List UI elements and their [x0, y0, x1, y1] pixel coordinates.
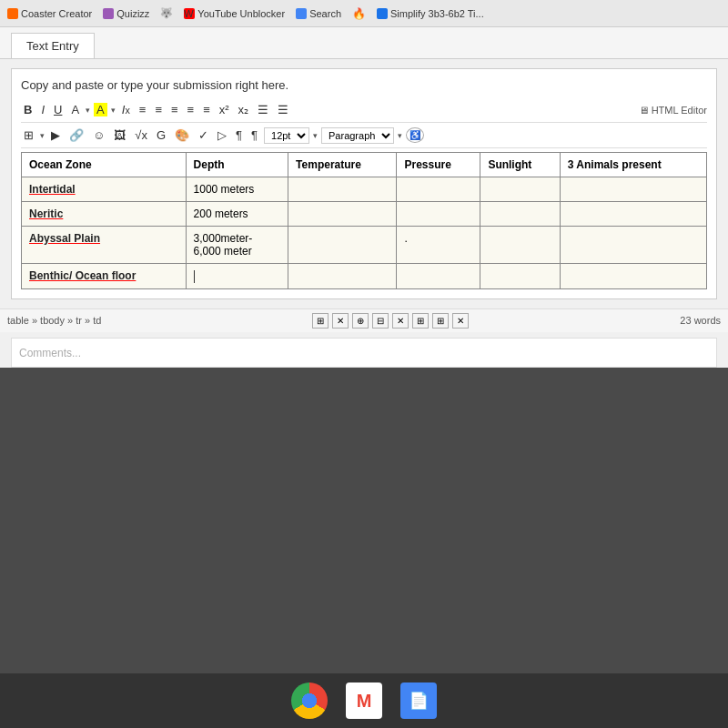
nav-simplify[interactable]: Simplify 3b3-6b2 Ti... [377, 8, 484, 19]
image-button[interactable]: 🖼 [111, 126, 128, 144]
clear-format-button[interactable]: Ix [119, 101, 133, 118]
depth-neritic[interactable]: 200 meters [186, 202, 288, 227]
emoji-button[interactable]: ☺ [90, 126, 107, 144]
table-insert-button[interactable]: ⊞ [21, 126, 36, 144]
subscript-button[interactable]: x₂ [236, 101, 252, 118]
sunlight-benthic[interactable] [480, 264, 560, 289]
table-arrow: ▾ [40, 131, 45, 140]
coaster-icon [7, 8, 18, 19]
nav-search-label: Search [309, 8, 341, 19]
temp-neritic[interactable] [288, 202, 397, 227]
zone-intertidal[interactable]: Intertidal [22, 177, 187, 202]
sunlight-abyssal[interactable] [480, 227, 560, 264]
th-animals: 3 Animals present [560, 153, 706, 177]
th-ocean-zone: Ocean Zone [22, 153, 187, 177]
media-button[interactable]: ▶ [48, 126, 63, 144]
highlight-button[interactable]: A [94, 103, 107, 116]
bold-button[interactable]: B [21, 101, 35, 118]
link-button[interactable]: 🔗 [66, 126, 86, 144]
table-remove-icon[interactable]: ✕ [392, 313, 409, 329]
depth-intertidal[interactable]: 1000 meters [186, 177, 288, 202]
nav-search[interactable]: Search [296, 8, 341, 19]
table-layout-icon[interactable]: ⊟ [372, 313, 389, 329]
pilcrow-button[interactable]: ¶ [233, 126, 245, 144]
temp-intertidal[interactable] [288, 177, 397, 202]
instruction-text: Copy and paste or type your submission r… [21, 78, 707, 92]
font-size-select[interactable]: 12pt [264, 127, 309, 144]
indent-button[interactable]: ≡ [200, 101, 213, 118]
accessibility-button[interactable]: ♿ [406, 127, 424, 143]
taskbar-docs-icon[interactable]: 📄 [400, 682, 437, 719]
nav-links: Coaster Creator Quizizz 🐺 W YouTube Unbl… [7, 7, 484, 20]
align-justify-button[interactable]: ≡ [185, 101, 197, 118]
sunlight-neritic[interactable] [480, 202, 560, 227]
zone-abyssal[interactable]: Abyssal Plain [22, 227, 187, 264]
pilcrow2-button[interactable]: ¶ [248, 126, 260, 144]
breadcrumb: table » tbody » tr » td [7, 315, 101, 326]
list-ordered-button[interactable]: ☰ [275, 101, 291, 118]
temp-abyssal[interactable] [288, 227, 397, 264]
nav-quizizz[interactable]: Quizizz [103, 8, 149, 19]
table-clear-icon[interactable]: ✕ [452, 313, 469, 329]
fire-icon: 🔥 [352, 7, 366, 20]
table-add-icon[interactable]: ⊕ [352, 313, 369, 329]
table-row: Intertidal 1000 meters [22, 177, 707, 202]
browser-bar: Coaster Creator Quizizz 🐺 W YouTube Unbl… [0, 0, 728, 27]
animals-intertidal[interactable] [560, 177, 706, 202]
quizizz-icon [103, 8, 114, 19]
color-button[interactable]: 🎨 [172, 126, 192, 144]
superscript-button[interactable]: x² [217, 101, 232, 118]
comments-area[interactable]: Comments... [11, 338, 717, 368]
table-row: Neritic 200 meters [22, 202, 707, 227]
underline-button[interactable]: U [51, 101, 65, 118]
bottom-bar: table » tbody » tr » td ⊞ ✕ ⊕ ⊟ ✕ ⊞ ⊞ ✕ … [0, 308, 728, 332]
list-unordered-button[interactable]: ☰ [255, 101, 271, 118]
taskbar-chrome-icon[interactable] [291, 682, 328, 719]
pressure-abyssal[interactable]: . [397, 227, 480, 264]
zone-neritic[interactable]: Neritic [22, 202, 187, 227]
depth-abyssal[interactable]: 3,000meter-6,000 meter [186, 227, 288, 264]
table-merge-icon[interactable]: ⊞ [412, 313, 429, 329]
check-button[interactable]: ✓ [196, 126, 211, 144]
math-button[interactable]: √x [132, 126, 150, 144]
play-button[interactable]: ▷ [215, 126, 229, 144]
zone-benthic[interactable]: Benthic/ Ocean floor [22, 264, 187, 289]
tab-text-entry[interactable]: Text Entry [11, 33, 95, 58]
sunlight-intertidal[interactable] [480, 177, 560, 202]
html-editor-button[interactable]: 🖥 HTML Editor [639, 105, 707, 116]
animals-neritic[interactable] [560, 202, 706, 227]
pressure-neritic[interactable] [397, 202, 480, 227]
depth-benthic[interactable] [186, 264, 288, 289]
nav-fire[interactable]: 🔥 [352, 7, 366, 20]
tab-text-entry-label: Text Entry [26, 39, 79, 53]
table-x-icon[interactable]: ✕ [332, 313, 349, 329]
nav-youtube[interactable]: W YouTube Unblocker [184, 8, 285, 19]
toolbar-row1: B I U A ▾ A ▾ Ix ≡ ≡ ≡ ≡ ≡ x² x₂ ☰ ☰ 🖥 H… [21, 101, 707, 123]
graph-button[interactable]: G [154, 126, 168, 144]
align-center-button[interactable]: ≡ [152, 101, 165, 118]
wolf-icon: 🐺 [160, 7, 173, 19]
youtube-icon: W [184, 8, 195, 19]
animals-benthic[interactable] [560, 264, 706, 289]
align-right-button[interactable]: ≡ [168, 101, 181, 118]
th-pressure: Pressure [397, 153, 480, 177]
nav-coaster[interactable]: Coaster Creator [7, 8, 92, 19]
pressure-benthic[interactable] [397, 264, 480, 289]
comments-placeholder: Comments... [19, 347, 81, 359]
taskbar-gmail-icon[interactable]: M [346, 682, 382, 719]
font-color-button[interactable]: A [68, 101, 82, 118]
paragraph-select[interactable]: Paragraph [321, 127, 394, 144]
italic-button[interactable]: I [38, 101, 47, 118]
table-grid-icon[interactable]: ⊞ [312, 313, 329, 329]
temp-benthic[interactable] [288, 264, 397, 289]
taskbar: M 📄 [0, 673, 728, 728]
word-count: 23 words [680, 315, 721, 326]
th-temperature: Temperature [288, 153, 397, 177]
highlight-arrow: ▾ [111, 106, 116, 115]
pressure-intertidal[interactable] [397, 177, 480, 202]
editor-container: Copy and paste or type your submission r… [11, 68, 717, 299]
animals-abyssal[interactable] [560, 227, 706, 264]
nav-wolf[interactable]: 🐺 [160, 7, 173, 19]
table-split-icon[interactable]: ⊞ [432, 313, 449, 329]
align-left-button[interactable]: ≡ [136, 101, 149, 118]
